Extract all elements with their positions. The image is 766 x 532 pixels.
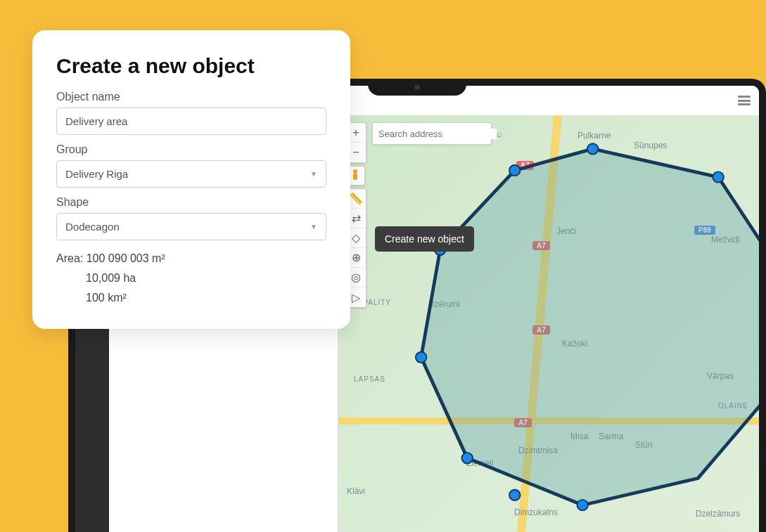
svg-point-5 bbox=[416, 352, 426, 363]
map-tooltip: Create new object bbox=[375, 226, 474, 252]
svg-rect-10 bbox=[353, 174, 357, 180]
map-label: Dzimtmisa bbox=[518, 446, 558, 455]
area-info: Area: 100 090 003 m² 10,009 ha 100 km² bbox=[56, 249, 326, 308]
map-label: Dzērumi bbox=[428, 299, 460, 309]
map-search[interactable]: ⌕ bbox=[372, 122, 492, 145]
map-label: Ziemeļi bbox=[466, 458, 494, 468]
group-label: Group bbox=[56, 143, 326, 156]
map-canvas[interactable]: Pulkarne Sūnupes Jenči Mežvidi Dzērumi K… bbox=[338, 115, 759, 532]
map-label: Klāvi bbox=[347, 486, 365, 496]
map-label: Sūnupes bbox=[634, 141, 667, 150]
road-badge-a7: A7 bbox=[532, 240, 550, 250]
shape-select[interactable]: Dodecagon ▼ bbox=[56, 213, 326, 240]
road-badge-a7: A7 bbox=[514, 417, 532, 427]
menu-icon[interactable] bbox=[738, 96, 751, 105]
road-badge-a7: A7 bbox=[532, 325, 550, 335]
shape-label: Shape bbox=[56, 196, 326, 209]
modal-title: Create a new object bbox=[56, 54, 326, 78]
map-label: OLAINE bbox=[718, 402, 748, 410]
area-m2: Area: 100 090 003 m² bbox=[56, 249, 326, 268]
svg-point-8 bbox=[509, 490, 520, 500]
map-label: Kažoki bbox=[562, 339, 587, 349]
map-label: Misa bbox=[570, 432, 588, 441]
svg-point-7 bbox=[577, 500, 588, 510]
chevron-down-icon: ▼ bbox=[310, 170, 317, 178]
svg-point-9 bbox=[353, 169, 357, 174]
create-object-modal: Create a new object Object name Delivery… bbox=[32, 30, 350, 329]
object-name-field[interactable]: Delivery area bbox=[56, 108, 326, 135]
map-label: LAPSAS bbox=[354, 375, 385, 383]
map-label: Sarma bbox=[599, 432, 623, 441]
area-ha: 10,009 ha bbox=[56, 268, 326, 288]
map-label: Stūri bbox=[635, 440, 653, 450]
svg-point-2 bbox=[713, 171, 723, 182]
map-label: Dzelzāmurs bbox=[696, 509, 740, 519]
map-label: Jenči bbox=[556, 226, 576, 236]
group-select[interactable]: Delivery Riga ▼ bbox=[56, 160, 326, 188]
device-notch bbox=[368, 79, 466, 96]
search-input[interactable] bbox=[378, 129, 497, 139]
map-label: Mežvidi bbox=[711, 235, 740, 245]
map-label: Pulkarne bbox=[577, 131, 611, 141]
map-label: Vārpas bbox=[707, 371, 734, 381]
svg-marker-0 bbox=[421, 149, 759, 505]
svg-point-1 bbox=[587, 143, 598, 154]
road-badge-p89: P89 bbox=[694, 225, 715, 235]
map-label: Dimzukalns bbox=[514, 507, 558, 517]
chevron-down-icon: ▼ bbox=[310, 223, 317, 231]
road-badge-a7: A7 bbox=[516, 160, 534, 170]
area-km2: 100 km² bbox=[56, 288, 326, 308]
object-name-label: Object name bbox=[56, 91, 326, 103]
search-icon[interactable]: ⌕ bbox=[497, 128, 502, 139]
